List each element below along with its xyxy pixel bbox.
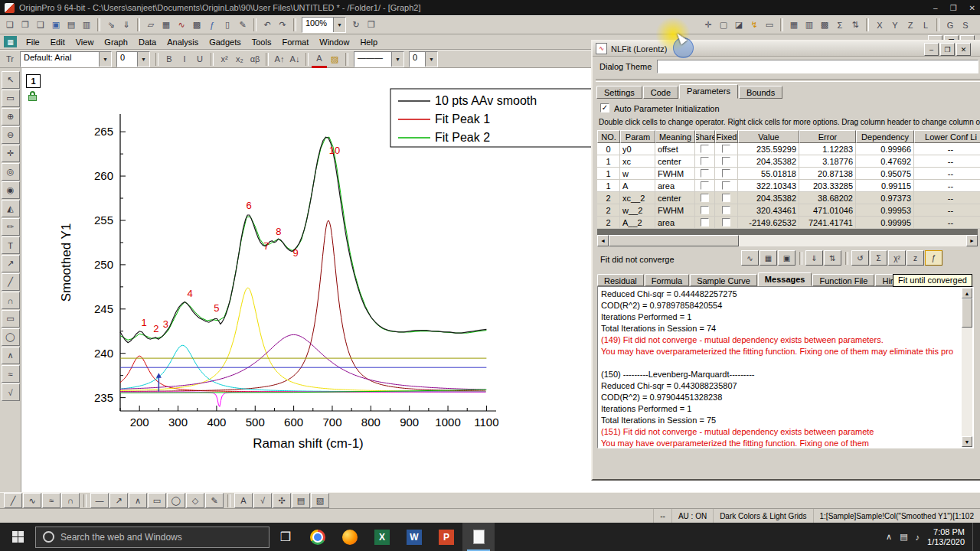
- text-tool-icon[interactable]: T: [2, 236, 20, 254]
- chevron-down-icon[interactable]: ▼: [137, 52, 149, 67]
- tray-volume-icon[interactable]: ♪: [916, 533, 920, 542]
- fill-color-button[interactable]: ▨: [327, 51, 342, 67]
- table-row[interactable]: 1Aarea322.10343203.332850.99115--: [597, 180, 980, 192]
- underline-button[interactable]: U: [192, 51, 207, 67]
- auto-param-checkbox[interactable]: ✓: [600, 103, 609, 112]
- increase-font-button[interactable]: A↑: [272, 51, 287, 67]
- chevron-down-icon[interactable]: ▼: [391, 52, 403, 67]
- subscript-button[interactable]: x₂: [232, 51, 247, 67]
- line-tool-icon[interactable]: ╱: [2, 273, 20, 291]
- restore-button[interactable]: ❐: [950, 4, 957, 12]
- menu-graph[interactable]: Graph: [99, 36, 133, 48]
- save-project-icon[interactable]: ▣: [48, 18, 64, 33]
- scrollbar-thumb[interactable]: [962, 298, 972, 328]
- tray-expand-icon[interactable]: ∧: [886, 532, 892, 542]
- font-combo[interactable]: Default: Arial ▼: [20, 51, 112, 67]
- set-y-icon[interactable]: Y: [887, 18, 903, 33]
- column-header-dependency[interactable]: Dependency: [856, 130, 914, 143]
- share-checkbox[interactable]: [701, 218, 709, 227]
- show-desktop-button[interactable]: [972, 523, 977, 551]
- rectangle-draw-icon[interactable]: ▭: [148, 493, 166, 508]
- share-checkbox[interactable]: [701, 206, 709, 214]
- line-draw-icon[interactable]: ╱: [4, 493, 22, 508]
- set-x-icon[interactable]: X: [872, 18, 887, 33]
- restore-button[interactable]: ❐: [940, 43, 955, 56]
- fixed-checkbox[interactable]: [722, 145, 730, 153]
- new-notes-icon[interactable]: ✎: [235, 18, 250, 33]
- duplicate-window-icon[interactable]: ❒: [364, 18, 379, 33]
- grid-icon[interactable]: ▩: [817, 18, 832, 33]
- scroll-right-icon[interactable]: ►: [966, 235, 978, 246]
- table-row[interactable]: 2w__2FWHM320.43461471.010460.99953--: [597, 204, 980, 217]
- menu-help[interactable]: Help: [354, 36, 383, 48]
- powerpoint-button[interactable]: P: [430, 523, 462, 551]
- wave-draw-icon[interactable]: ∿: [23, 493, 41, 508]
- chevron-down-icon[interactable]: ▼: [99, 52, 111, 67]
- arrow-tool-icon[interactable]: ↗: [2, 255, 20, 272]
- screen-reader-tool-icon[interactable]: ▭: [2, 90, 20, 107]
- menu-analysis[interactable]: Analysis: [162, 36, 204, 48]
- new-folder-icon[interactable]: ▱: [143, 18, 158, 33]
- bold-button[interactable]: B: [162, 51, 177, 67]
- report-icon[interactable]: ▦: [760, 250, 777, 266]
- tab-settings[interactable]: Settings: [596, 86, 642, 99]
- nlfit-titlebar[interactable]: ∿ NLFit (Lorentz) –❐✕: [593, 41, 980, 57]
- arrow-draw-icon[interactable]: ↗: [109, 493, 128, 508]
- firefox-button[interactable]: [334, 523, 366, 551]
- arc-draw-icon[interactable]: ∩: [61, 493, 80, 508]
- column-header-lowerconfli[interactable]: Lower Conf Li: [914, 130, 980, 143]
- sort-data-icon[interactable]: ⇅: [848, 18, 863, 33]
- font-color-button[interactable]: A: [312, 51, 327, 68]
- share-checkbox[interactable]: [701, 194, 709, 202]
- data-reader-tool-icon[interactable]: ◎: [2, 163, 20, 181]
- freeform-draw-icon[interactable]: ✎: [205, 493, 224, 508]
- polyline-draw-icon[interactable]: ∧: [129, 493, 147, 508]
- greek-button[interactable]: αβ: [247, 51, 263, 67]
- table-row[interactable]: 2xc__2center204.3538238.682020.97373--: [597, 192, 980, 204]
- straight-line-icon[interactable]: —: [90, 493, 109, 508]
- new-project-icon[interactable]: ❏: [2, 18, 18, 33]
- rectangle-tool-icon[interactable]: ▭: [2, 310, 20, 328]
- baseline-icon[interactable]: ▭: [762, 18, 777, 33]
- redo-icon[interactable]: ↷: [275, 18, 290, 33]
- polyline-tool-icon[interactable]: ∧: [2, 347, 20, 364]
- table-horizontal-scrollbar[interactable]: ◄ ►: [597, 235, 978, 246]
- freehand-tool-icon[interactable]: ≈: [2, 365, 20, 383]
- text-annotation-icon[interactable]: A: [234, 493, 253, 508]
- menu-format[interactable]: Format: [276, 36, 314, 48]
- new-function-icon[interactable]: ƒ: [204, 18, 220, 33]
- pattern-annotation-icon[interactable]: ▧: [311, 493, 329, 508]
- mask-tool-icon[interactable]: ◭: [2, 200, 20, 217]
- print-icon[interactable]: ▥: [79, 18, 94, 33]
- word-button[interactable]: W: [398, 523, 430, 551]
- group-columns-icon[interactable]: G: [942, 18, 958, 33]
- import-ascii-icon[interactable]: ⇓: [119, 18, 134, 33]
- column-header-share[interactable]: Share: [695, 130, 715, 143]
- tab-sample-curve[interactable]: Sample Curve: [690, 274, 757, 286]
- table-row[interactable]: 1wFWHM55.0181820.871380.95075--: [597, 168, 980, 180]
- pointer-tool-icon[interactable]: ↖: [2, 71, 20, 89]
- line-style-combo[interactable]: ——— ▼: [354, 51, 404, 67]
- new-layout-icon[interactable]: ▯: [220, 18, 235, 33]
- region-select-icon[interactable]: ▢: [716, 18, 731, 33]
- decrease-font-button[interactable]: A↓: [287, 51, 302, 67]
- ellipse-tool-icon[interactable]: ◯: [2, 328, 20, 346]
- tab-messages[interactable]: Messages: [758, 272, 812, 286]
- minimize-button[interactable]: –: [924, 43, 939, 56]
- open-template-icon[interactable]: ❑: [33, 18, 48, 33]
- start-button[interactable]: [0, 523, 35, 551]
- table-row[interactable]: 1xccenter204.353823.187760.47692--: [597, 155, 980, 168]
- superscript-button[interactable]: x²: [217, 51, 232, 67]
- tab-function-file[interactable]: Function File: [812, 274, 874, 286]
- share-checkbox[interactable]: [701, 181, 709, 190]
- init-params-icon[interactable]: ⇓: [805, 250, 823, 266]
- tab-code[interactable]: Code: [643, 86, 678, 99]
- column-header-no[interactable]: NO.: [597, 130, 620, 143]
- tab-residual[interactable]: Residual: [597, 274, 644, 286]
- layer-1-button[interactable]: 1: [26, 74, 41, 88]
- new-workbook-icon[interactable]: ▦: [158, 18, 174, 33]
- messages-scrollbar[interactable]: ▲ ▼: [962, 288, 972, 447]
- italic-button[interactable]: I: [177, 51, 192, 67]
- zoom-in-tool-icon[interactable]: ⊕: [2, 108, 20, 126]
- fixed-checkbox[interactable]: [722, 169, 730, 178]
